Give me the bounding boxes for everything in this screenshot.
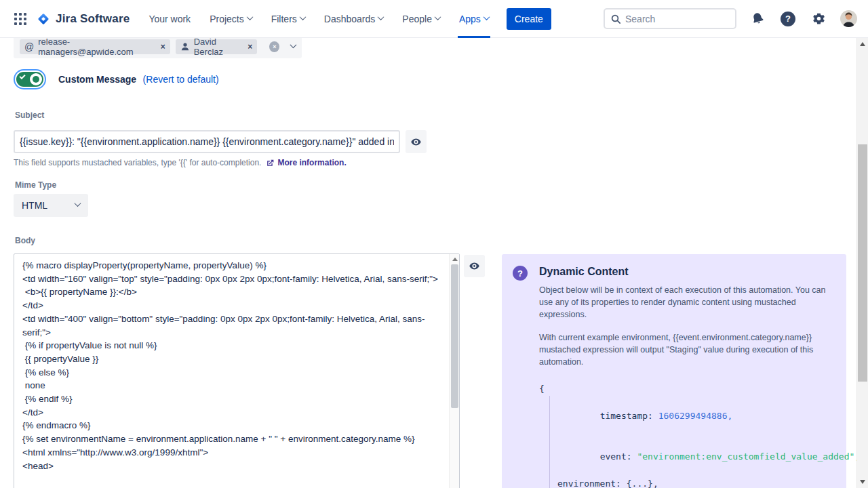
- chevron-down-icon: [246, 14, 253, 20]
- top-navigation: Jira Software Your work Projects Filters…: [0, 0, 868, 38]
- chevron-down-icon: [378, 14, 384, 20]
- question-mark-icon: ?: [513, 266, 528, 281]
- at-icon: @: [24, 41, 34, 52]
- mime-type-label: Mime Type: [15, 180, 56, 190]
- scroll-up-arrow-icon[interactable]: [860, 42, 865, 46]
- check-icon: [19, 73, 25, 79]
- settings-gear-icon[interactable]: [810, 10, 827, 28]
- textarea-scrollbar[interactable]: [449, 254, 459, 488]
- nav-menu: Your work Projects Filters Dashboards Pe…: [149, 0, 488, 38]
- page-scrollbar-thumb[interactable]: [858, 144, 867, 382]
- body-textarea[interactable]: {% macro displayProperty(propertyName, p…: [14, 253, 460, 488]
- search-box[interactable]: [604, 8, 736, 29]
- search-icon: [610, 14, 621, 24]
- recipient-tag-label: release-managers@apwide.com: [38, 37, 156, 57]
- external-link-icon: [266, 159, 275, 167]
- user-avatar[interactable]: [840, 10, 857, 27]
- toggle-knob: [30, 73, 42, 85]
- panel-paragraph: With current example environment, {{even…: [539, 332, 830, 368]
- code-line: event: "environment:env_customfield_valu…: [549, 436, 830, 477]
- help-icon[interactable]: ?: [779, 10, 797, 28]
- app-switcher-icon[interactable]: [11, 9, 30, 28]
- custom-message-toggle[interactable]: [16, 72, 43, 87]
- code-line: timestamp: 1606299494886,: [549, 396, 830, 436]
- nav-item-people[interactable]: People: [402, 0, 440, 38]
- dynamic-content-panel: ? Dynamic Content Object below will be i…: [502, 254, 846, 488]
- remove-tag-icon[interactable]: ×: [248, 43, 252, 51]
- eye-icon: [469, 260, 480, 272]
- page: Jira Software Your work Projects Filters…: [0, 0, 868, 488]
- nav-icons: ?: [749, 10, 857, 28]
- logo-text: Jira Software: [56, 12, 130, 26]
- recipient-tag-label: David Berclaz: [194, 37, 244, 57]
- remove-tag-icon[interactable]: ×: [161, 43, 165, 51]
- more-information-link[interactable]: More information.: [277, 158, 346, 167]
- recipients-field[interactable]: @ release-managers@apwide.com × David Be…: [14, 35, 302, 58]
- nav-item-apps[interactable]: Apps: [459, 0, 489, 38]
- body-textarea-content: {% macro displayProperty(propertyName, p…: [22, 259, 439, 472]
- mime-type-value: HTML: [22, 200, 47, 211]
- page-scrollbar[interactable]: [856, 38, 868, 488]
- panel-paragraph: Object below will be in context of each …: [539, 285, 830, 321]
- nav-item-projects[interactable]: Projects: [210, 0, 252, 38]
- mime-type-select[interactable]: HTML: [14, 194, 88, 217]
- person-icon: [180, 42, 190, 52]
- clear-all-icon[interactable]: ×: [269, 41, 279, 52]
- subject-label: Subject: [15, 110, 44, 120]
- body-label: Body: [15, 236, 35, 245]
- chevron-down-icon: [75, 200, 81, 207]
- jira-logo[interactable]: Jira Software: [37, 12, 130, 26]
- panel-title: Dynamic Content: [539, 266, 830, 278]
- create-button[interactable]: Create: [507, 8, 551, 30]
- nav-item-your-work[interactable]: Your work: [149, 0, 191, 38]
- custom-message-label: Custom Message: [58, 74, 136, 85]
- chevron-down-icon: [299, 14, 306, 20]
- nav-item-dashboards[interactable]: Dashboards: [324, 0, 384, 38]
- chevron-down-icon[interactable]: [290, 41, 297, 48]
- eye-icon: [410, 136, 422, 148]
- recipient-tag: David Berclaz ×: [176, 39, 258, 54]
- preview-body-button[interactable]: [464, 255, 485, 277]
- search-input[interactable]: [625, 14, 730, 24]
- chevron-down-icon: [483, 14, 490, 20]
- textarea-scrollbar-thumb[interactable]: [451, 264, 458, 408]
- nav-item-filters[interactable]: Filters: [271, 0, 305, 38]
- custom-message-row: Custom Message (Revert to default): [16, 72, 219, 87]
- scroll-down-arrow-icon[interactable]: [860, 480, 865, 484]
- jira-logo-icon: [37, 12, 50, 26]
- recipient-tag: @ release-managers@apwide.com ×: [20, 39, 170, 54]
- preview-subject-button[interactable]: [406, 130, 427, 153]
- notifications-bell-icon[interactable]: [749, 10, 766, 28]
- code-line: environment: {...},: [549, 477, 830, 488]
- revert-to-default-link[interactable]: (Revert to default): [143, 74, 219, 85]
- scroll-up-arrow-icon[interactable]: [452, 258, 458, 261]
- subject-helper-text: This field supports mustached variables,…: [14, 158, 347, 167]
- chevron-down-icon: [434, 14, 441, 20]
- subject-input[interactable]: [14, 130, 400, 153]
- context-object-code: { timestamp: 1606299494886, event: "envi…: [539, 382, 830, 488]
